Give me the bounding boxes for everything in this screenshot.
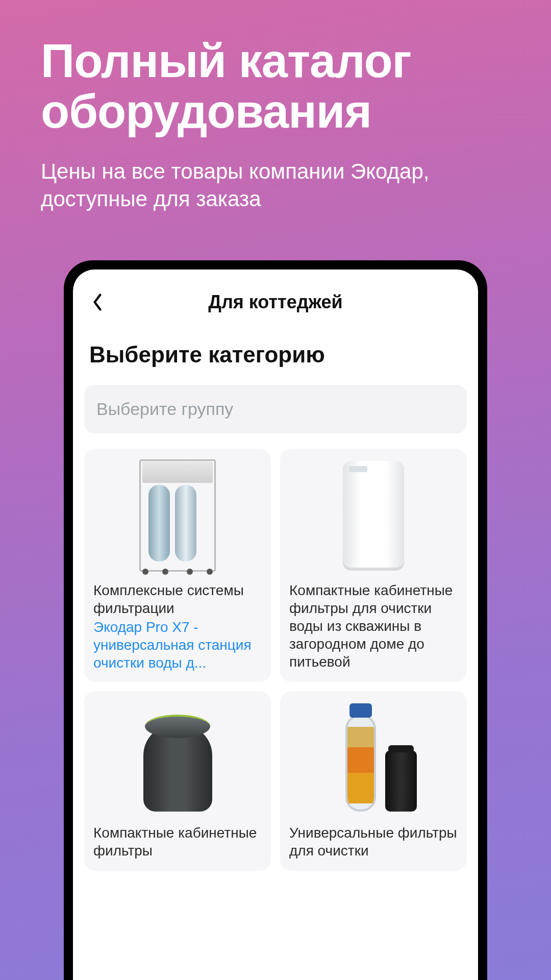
hero-subtitle: Цены на все товары компании Экодар, дост… [0, 137, 551, 213]
category-card[interactable]: Компактные кабинетные фильтры [84, 691, 271, 871]
category-card[interactable]: Компактные кабинетные фильтры для очистк… [280, 449, 467, 682]
product-image [289, 699, 458, 817]
category-card[interactable]: Универсальные фильтры для очистки [280, 691, 467, 871]
multi-filter-illustration [330, 704, 417, 812]
product-image [289, 457, 458, 574]
chevron-left-icon [92, 293, 103, 311]
category-grid: Комплексные системы фильтрации Экодар Pr… [84, 449, 467, 871]
category-title: Универсальные фильтры для очистки [289, 824, 458, 860]
screen-title: Для коттеджей [208, 291, 343, 313]
category-card[interactable]: Комплексные системы фильтрации Экодар Pr… [84, 449, 271, 682]
round-filter-illustration [143, 704, 212, 812]
category-link[interactable]: Экодар Pro X7 - универсальная станция оч… [93, 618, 262, 672]
category-title: Компактные кабинетные фильтры для очистк… [289, 581, 458, 671]
product-image [93, 699, 262, 817]
back-button[interactable] [87, 292, 108, 312]
section-title: Выберите категорию [89, 342, 462, 368]
filter-rack-illustration [139, 459, 216, 572]
phone-frame: Для коттеджей Выберите категорию Комплек… [64, 260, 487, 980]
group-select-input[interactable] [84, 385, 467, 433]
phone-screen: Для коттеджей Выберите категорию Комплек… [73, 270, 478, 980]
app-header: Для коттеджей [84, 288, 467, 316]
product-image [93, 457, 262, 574]
category-title: Комплексные системы фильтрации [93, 581, 262, 617]
white-filter-illustration [343, 461, 404, 571]
category-title: Компактные кабинетные фильтры [93, 824, 262, 860]
hero-title: Полный каталог оборудования [0, 0, 551, 137]
